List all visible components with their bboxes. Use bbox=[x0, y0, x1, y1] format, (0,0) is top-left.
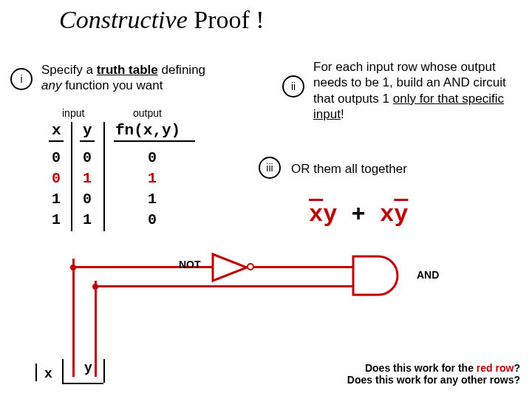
hline-fn bbox=[114, 140, 195, 142]
table-cell: 0 bbox=[148, 149, 157, 166]
table-cell: 1 bbox=[52, 211, 61, 228]
expr-ybar2: y bbox=[394, 201, 408, 228]
wire-y-to-and bbox=[95, 285, 353, 287]
header-y: y bbox=[83, 122, 92, 139]
expr-y1: y bbox=[323, 201, 337, 228]
wire-y-label: y bbox=[84, 361, 92, 375]
step-bullet-i: i bbox=[10, 68, 33, 90]
output-label: output bbox=[133, 107, 162, 119]
label-box-mid bbox=[62, 359, 64, 383]
wire-not-to-and-top bbox=[254, 266, 353, 268]
page-title: Constructive Proof ! bbox=[59, 6, 265, 34]
table-cell: 0 bbox=[83, 149, 92, 166]
expr-x2: x bbox=[380, 201, 394, 228]
table-cell: 1 bbox=[148, 170, 157, 187]
step-ii-text: For each input row whose output needs to… bbox=[313, 59, 520, 122]
expression: xy + xy bbox=[309, 201, 408, 228]
col-y: 0 1 0 1 bbox=[83, 148, 92, 231]
table-cell: 1 bbox=[83, 170, 92, 187]
svg-marker-0 bbox=[213, 254, 247, 281]
table-vline-1 bbox=[71, 122, 72, 231]
label-box-right bbox=[103, 359, 105, 383]
table-cell: 0 bbox=[83, 191, 92, 208]
table-vline-2 bbox=[103, 122, 105, 231]
col-x: 0 0 1 1 bbox=[52, 148, 61, 231]
not-bubble-icon bbox=[247, 263, 254, 270]
step-i-label: i bbox=[20, 73, 22, 85]
hline-x bbox=[49, 140, 64, 142]
table-cell: 1 bbox=[148, 191, 157, 208]
expr-xbar1: x bbox=[309, 201, 323, 228]
title-rest: Proof ! bbox=[188, 6, 265, 33]
step-bullet-ii: ii bbox=[282, 75, 304, 98]
wire-y-vertical bbox=[95, 281, 97, 377]
step-bullet-iii: iii bbox=[259, 157, 281, 179]
step-iii-text: OR them all together bbox=[291, 161, 407, 177]
label-box-bottom bbox=[62, 383, 103, 384]
table-cell: 1 bbox=[83, 211, 92, 228]
expr-plus: + bbox=[337, 201, 380, 228]
wire-x-label: x bbox=[44, 366, 52, 381]
table-cell: 0 bbox=[148, 211, 157, 228]
step-ii-label: ii bbox=[291, 81, 296, 92]
and-gate-icon bbox=[352, 254, 406, 297]
title-italic: Constructive bbox=[59, 6, 188, 33]
step-i-text: Specify a truth table defining any funct… bbox=[41, 62, 226, 94]
not-label: NOT bbox=[179, 259, 201, 270]
and-label: AND bbox=[417, 269, 439, 281]
table-cell: 0 bbox=[52, 149, 61, 166]
hline-y bbox=[80, 140, 95, 142]
header-fn: fn(x,y) bbox=[115, 122, 180, 139]
step-iii-label: iii bbox=[266, 162, 273, 174]
wire-x-vertical bbox=[72, 259, 75, 377]
label-box-left bbox=[35, 364, 37, 381]
questions: Does this work for the red row? Does thi… bbox=[324, 362, 520, 386]
table-cell: 0 bbox=[52, 170, 61, 187]
header-x: x bbox=[52, 122, 61, 139]
input-label: input bbox=[62, 107, 84, 119]
table-cell: 1 bbox=[52, 191, 61, 208]
col-fn: 0 1 1 0 bbox=[148, 148, 157, 231]
